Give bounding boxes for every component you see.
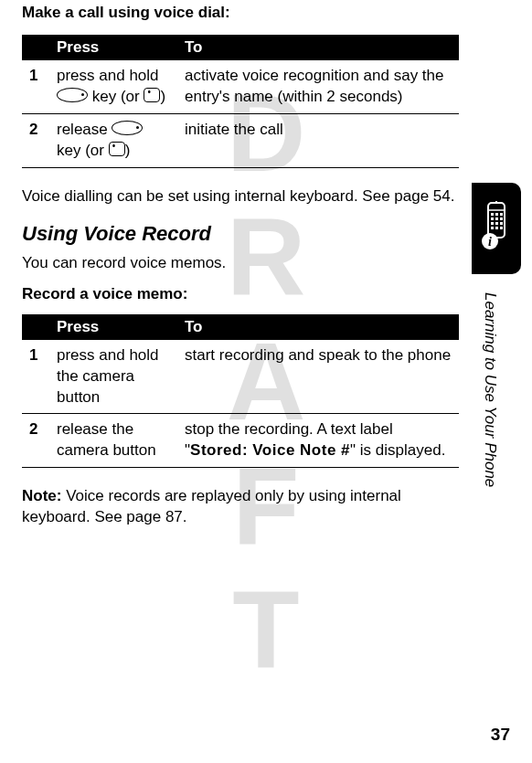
press-cell: release key (or ) (49, 113, 177, 167)
step-num: 2 (22, 414, 49, 468)
press-text-a: press and hold (57, 67, 159, 84)
th-press: Press (49, 314, 177, 340)
to-cell: initiate the call (177, 113, 459, 167)
th-press: Press (49, 35, 177, 60)
voice-record-table: Press To 1 press and hold the camera but… (22, 314, 459, 469)
after-table1-text: Voice dialling can be set using internal… (22, 186, 459, 207)
th-num (22, 35, 49, 60)
press-text-b: key (or (57, 142, 109, 159)
to-cell: stop the recording. A text label "Stored… (177, 414, 459, 468)
intro-voice-dial: Make a call using voice dial: (22, 4, 459, 22)
table-header-row: Press To (22, 35, 459, 60)
stored-label: Stored: Voice Note # (190, 441, 350, 459)
note-body: Voice records are replayed only by using… (22, 487, 401, 525)
alt-key-icon (144, 88, 160, 102)
page-number: 37 (491, 725, 510, 745)
step-num: 2 (22, 113, 49, 167)
press-text-c: ) (125, 142, 131, 159)
th-num (22, 314, 49, 340)
press-cell: press and hold key (or ) (49, 60, 177, 113)
step-num: 1 (22, 340, 49, 414)
step-num: 1 (22, 60, 49, 113)
section-heading-voice-record: Using Voice Record (22, 222, 459, 246)
press-cell: press and hold the camera button (49, 340, 177, 414)
voice-dial-table: Press To 1 press and hold key (or ) acti… (22, 35, 459, 168)
press-cell: release the camera button (49, 414, 177, 468)
table-row: 2 release the camera button stop the rec… (22, 414, 459, 468)
press-text-b: key (or (88, 88, 144, 105)
th-to: To (177, 35, 459, 60)
section-body: You can record voice memos. (22, 253, 459, 274)
smart-key-icon (112, 121, 143, 135)
record-intro: Record a voice memo: (22, 285, 459, 303)
table-header-row: Press To (22, 314, 459, 340)
table-row: 1 press and hold the camera button start… (22, 340, 459, 414)
to-cell: start recording and speak to the phone (177, 340, 459, 414)
note-label: Note: (22, 487, 61, 504)
page-content: Make a call using voice dial: Press To 1… (0, 0, 532, 528)
note-text: Note: Voice records are replayed only by… (22, 486, 459, 528)
alt-key-icon (109, 142, 125, 156)
to-text-b: " is displayed. (350, 441, 445, 459)
to-cell: activate voice recognition and say the e… (177, 60, 459, 113)
press-text-c: ) (160, 88, 165, 105)
table-row: 2 release key (or ) initiate the call (22, 113, 459, 167)
press-text-a: release (57, 121, 112, 138)
table-row: 1 press and hold key (or ) activate voic… (22, 60, 459, 113)
th-to: To (177, 314, 459, 340)
smart-key-icon (57, 88, 88, 102)
